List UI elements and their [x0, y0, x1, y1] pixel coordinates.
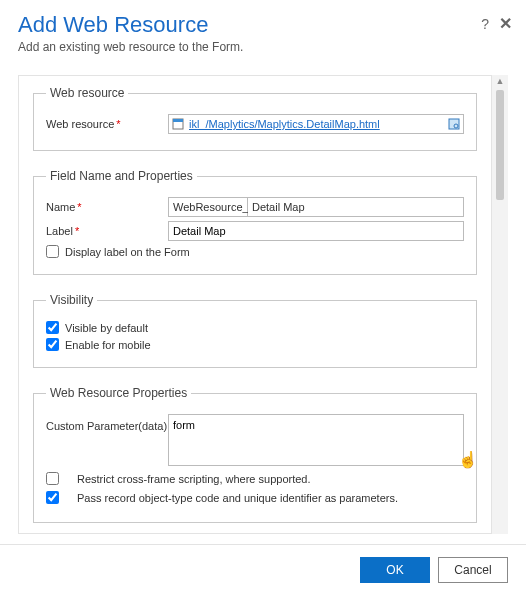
custom-param-label: Custom Parameter(data)	[46, 414, 168, 432]
web-resource-fieldset: Web resource Web resource* ikl_/Maplytic…	[33, 86, 477, 151]
close-icon[interactable]: ✕	[499, 14, 512, 33]
name-input[interactable]: Detail Map	[248, 197, 464, 217]
help-icon[interactable]: ?	[481, 16, 489, 32]
svg-rect-1	[173, 119, 183, 122]
scrollbar-vertical[interactable]: ▲	[492, 75, 508, 534]
name-prefix: WebResource_	[168, 197, 248, 217]
wr-properties-fieldset: Web Resource Properties Custom Parameter…	[33, 386, 477, 523]
scroll-up-icon[interactable]: ▲	[496, 75, 505, 88]
restrict-crossframe-checkbox[interactable]	[46, 472, 59, 485]
dialog-subtitle: Add an existing web resource to the Form…	[18, 40, 508, 54]
content-scroll-area: Web resource Web resource* ikl_/Maplytic…	[18, 75, 492, 534]
name-label: Name*	[46, 201, 168, 213]
enable-mobile-text: Enable for mobile	[65, 339, 151, 351]
enable-mobile-checkbox[interactable]	[46, 338, 59, 351]
ok-button[interactable]: OK	[360, 557, 430, 583]
custom-param-textarea[interactable]	[168, 414, 464, 466]
label-input[interactable]	[168, 221, 464, 241]
restrict-crossframe-text: Restrict cross-frame scripting, where su…	[77, 473, 311, 485]
label-label: Label*	[46, 225, 168, 237]
field-name-legend: Field Name and Properties	[46, 169, 197, 183]
dialog-footer: OK Cancel	[0, 544, 526, 594]
lookup-icon[interactable]	[447, 117, 461, 131]
scroll-thumb[interactable]	[496, 90, 504, 200]
cancel-button[interactable]: Cancel	[438, 557, 508, 583]
wr-properties-legend: Web Resource Properties	[46, 386, 191, 400]
visibility-legend: Visibility	[46, 293, 97, 307]
pass-record-text: Pass record object-type code and unique …	[77, 492, 398, 504]
visibility-fieldset: Visibility Visible by default Enable for…	[33, 293, 477, 368]
visible-default-text: Visible by default	[65, 322, 148, 334]
dialog-title: Add Web Resource	[18, 12, 508, 38]
display-label-text: Display label on the Form	[65, 246, 190, 258]
visible-default-checkbox[interactable]	[46, 321, 59, 334]
web-resource-label: Web resource*	[46, 118, 168, 130]
pass-record-checkbox[interactable]	[46, 491, 59, 504]
display-label-checkbox[interactable]	[46, 245, 59, 258]
web-resource-value[interactable]: ikl_/Maplytics/Maplytics.DetailMap.html	[189, 118, 447, 130]
field-name-fieldset: Field Name and Properties Name* WebResou…	[33, 169, 477, 275]
web-resource-input[interactable]: ikl_/Maplytics/Maplytics.DetailMap.html	[168, 114, 464, 134]
web-file-icon	[171, 117, 185, 131]
web-resource-legend: Web resource	[46, 86, 128, 100]
